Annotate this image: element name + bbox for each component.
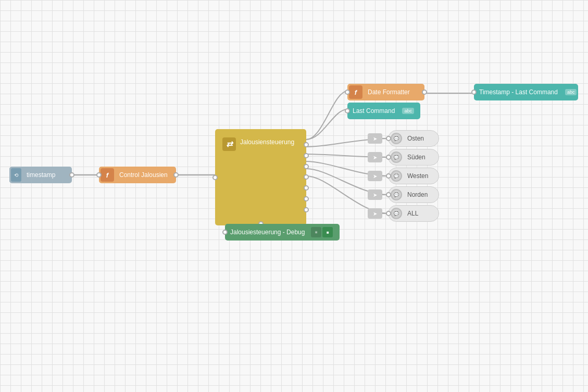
port-out-6 — [304, 196, 309, 201]
westen-port-left — [386, 173, 391, 179]
timestamp-last-command-port-left — [471, 90, 477, 95]
timestamp-port-right — [69, 172, 74, 178]
jalousiensteuerung-label: Jalousiensteuerung — [236, 136, 299, 148]
all-port-left — [386, 211, 391, 216]
flow-canvas[interactable]: ⟲ timestamp f Control Jalousien ⇄ Jalous… — [0, 0, 588, 392]
arrow-osten: ➤ — [368, 133, 382, 144]
debug-toggle[interactable]: ■ — [322, 227, 333, 237]
norden-node[interactable]: 💬 Norden — [388, 186, 439, 203]
arrow-all: ➤ — [368, 208, 382, 219]
sueden-label: Süden — [402, 154, 431, 161]
arrow-westen: ➤ — [368, 171, 382, 181]
timestamp-last-command-badge: abc — [565, 89, 577, 95]
norden-label: Norden — [402, 191, 433, 198]
timestamp-last-command-label: Timestamp - Last Command — [474, 88, 563, 96]
norden-icon: 💬 — [391, 189, 402, 200]
sueden-node[interactable]: 💬 Süden — [388, 149, 439, 166]
jalousiensteuerung-icon: ⇄ — [222, 137, 236, 151]
control-jalousien-node[interactable]: f Control Jalousien — [99, 167, 176, 183]
norden-port-left — [386, 192, 391, 197]
all-node[interactable]: 💬 ALL — [388, 205, 439, 222]
date-formatter-node[interactable]: f Date Formatter — [347, 84, 424, 100]
date-formatter-port-right — [422, 90, 427, 95]
debug-label: Jalousiesteuerung - Debug — [225, 229, 310, 236]
timestamp-node[interactable]: ⟲ timestamp — [9, 167, 72, 183]
arrow-norden: ➤ — [368, 189, 382, 200]
port-out-2 — [304, 153, 309, 158]
control-jalousien-label: Control Jalousien — [114, 171, 173, 179]
port-out-7 — [304, 207, 309, 212]
westen-node[interactable]: 💬 Westen — [388, 168, 439, 184]
osten-port-left — [386, 136, 391, 141]
port-out-4 — [304, 174, 309, 180]
port-out-3 — [304, 164, 309, 169]
control-jalousien-icon: f — [101, 168, 114, 182]
sueden-icon: 💬 — [391, 151, 402, 163]
last-command-port-left — [345, 108, 350, 113]
port-out-1 — [304, 142, 309, 147]
all-label: ALL — [402, 210, 423, 217]
timestamp-label: timestamp — [21, 171, 60, 179]
debug-node[interactable]: Jalousiesteuerung - Debug ≡ ■ — [225, 224, 340, 241]
all-icon: 💬 — [391, 208, 402, 219]
last-command-node[interactable]: Last Command abc — [347, 103, 420, 119]
date-formatter-label: Date Formatter — [362, 88, 415, 96]
debug-list-icon: ≡ — [311, 227, 321, 237]
port-out-5 — [304, 185, 309, 191]
westen-icon: 💬 — [391, 170, 402, 182]
timestamp-icon: ⟲ — [11, 168, 21, 182]
sueden-port-left — [386, 155, 391, 160]
date-formatter-icon: f — [349, 85, 362, 99]
last-command-badge: abc — [402, 108, 414, 114]
westen-label: Westen — [402, 172, 433, 180]
jalousiensteuerung-node[interactable]: ⇄ Jalousiensteuerung — [215, 129, 306, 225]
jalousiensteuerung-port-left — [212, 175, 218, 180]
osten-label: Osten — [402, 135, 429, 142]
date-formatter-port-left — [345, 90, 350, 95]
osten-icon: 💬 — [391, 133, 402, 144]
debug-port-left — [222, 230, 228, 235]
last-command-label: Last Command — [347, 107, 400, 115]
osten-node[interactable]: 💬 Osten — [388, 130, 439, 147]
timestamp-last-command-node[interactable]: Timestamp - Last Command abc — [474, 84, 578, 100]
control-jalousien-port-right — [173, 172, 179, 178]
control-jalousien-port-left — [96, 172, 102, 178]
arrow-sueden: ➤ — [368, 152, 382, 162]
